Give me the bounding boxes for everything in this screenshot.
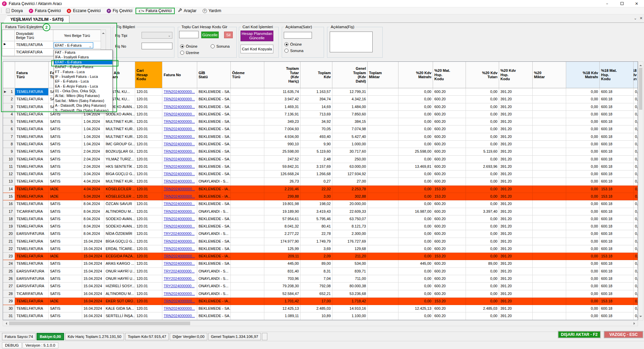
cell-genel-14[interactable]: 2.253,78 (332, 186, 368, 193)
cell-turu-23[interactable]: TEMELFATURA (15, 253, 49, 260)
cell-odeme-19[interactable] (231, 223, 264, 230)
cell-gib-3[interactable]: BEKLEMEDE - SA... (197, 103, 231, 111)
cell-tipi-7[interactable]: SATIS (49, 133, 82, 141)
cell-tipi-15[interactable]: IADE (49, 193, 82, 200)
cell-t20-6[interactable]: 0,00 (466, 126, 499, 133)
cell-miktar-15[interactable] (368, 193, 398, 200)
cell-no-2[interactable]: TRN2024000000... (162, 96, 197, 103)
cell-odeme-10[interactable] (231, 156, 264, 163)
cell-last-9[interactable]: 0,0 (634, 148, 638, 155)
cell-no-13[interactable]: TRN2024000000... (162, 178, 197, 185)
cell-last-15[interactable]: 0,0 (634, 193, 638, 200)
cell-cari-22[interactable]: ERDAL TİCARE... (104, 245, 135, 253)
cell-kk20-29[interactable]: 391.20 (499, 298, 533, 305)
cell-cari-30[interactable]: KALE GIDA SA... (104, 305, 135, 312)
mini-row1-belge[interactable]: TEMELFATURA (15, 41, 53, 49)
cell-last-8[interactable]: 0,0 (634, 141, 638, 148)
cell-m20-6[interactable]: 0,00 (398, 126, 433, 133)
cell-mk18-31[interactable]: 600.18 (600, 312, 634, 320)
cell-tipi-24[interactable]: SATIS (49, 260, 82, 267)
cell-mk18-20[interactable]: 600.18 (600, 230, 634, 238)
invoice-link[interactable]: TRN2024000000... (164, 194, 195, 198)
mini-row2-selector[interactable] (2, 49, 15, 56)
cell-kod-20[interactable]: 120.01 (135, 230, 162, 238)
tab-list-chevron-down-icon[interactable]: ⌄ (634, 16, 637, 20)
cell-m20-16[interactable]: 0,00 (398, 200, 433, 208)
cell-mik20-30[interactable] (533, 305, 566, 312)
cell-tarih-29[interactable]: 16.04.2024 (82, 298, 104, 305)
cell-tipi-31[interactable]: SATIS (49, 312, 82, 320)
cell-genel-28[interactable]: 53.236,68 (332, 290, 368, 298)
cell-miktar-9[interactable] (368, 148, 398, 155)
cell-t20-13[interactable]: 0,00 (466, 178, 499, 185)
cell-kk20-2[interactable]: 391.20 (499, 96, 533, 103)
cell-miktar-25[interactable] (368, 268, 398, 275)
cell-kk20-18[interactable]: 391.20 (499, 215, 533, 223)
cell-no-28[interactable]: TRN2024000000... (162, 290, 197, 298)
cell-t20-22[interactable]: 0,00 (466, 245, 499, 253)
cell-mk18-26[interactable]: 600.18 (600, 275, 634, 283)
cell-miktar-24[interactable] (368, 260, 398, 267)
cell-genel-11[interactable]: 63.000,00 (332, 163, 368, 170)
cell-m20-17[interactable]: 16.987,00 (398, 208, 433, 215)
cell-mk18-2[interactable]: 600.18 (600, 96, 634, 103)
cell-mk20-16[interactable]: 600.20 (433, 200, 466, 208)
cell-mk18-22[interactable]: 600.18 (600, 245, 634, 253)
cell-genel-24[interactable]: 534,00 (332, 260, 368, 267)
cell-tutar-14[interactable]: 2.231,46 (264, 186, 301, 193)
cell-genel-7[interactable]: 5.427,40 (332, 133, 368, 141)
cell-m20-30[interactable]: 12.425,13 (398, 305, 433, 312)
cell-turu-19[interactable]: TEMELFATURA (15, 223, 49, 230)
cell-t20-7[interactable]: 0,00 (466, 133, 499, 141)
cell-kk20-28[interactable]: 391.20 (499, 290, 533, 298)
cell-m18-10[interactable]: 0,00 (566, 156, 600, 163)
cell-last-18[interactable]: 0,0 (634, 215, 638, 223)
cell-mk18-18[interactable]: 600.18 (600, 215, 634, 223)
cell-kk20-22[interactable]: 391.20 (499, 245, 533, 253)
hesap-planimdan-guncelle-button[interactable]: Hesap Planımdan Güncelle (240, 31, 273, 41)
cell-last-7[interactable]: 0,0 (634, 133, 638, 141)
cell-cari-7[interactable]: MULTINET KUR... (104, 133, 135, 141)
cell-m18-31[interactable]: 0,00 (566, 312, 600, 320)
cell-mk18-23[interactable]: 153.18 (600, 253, 634, 260)
cell-tutar-25[interactable]: 831,40 (264, 268, 301, 275)
cell-tutar-19[interactable]: 8.041,32 (264, 223, 301, 230)
cell-miktar-3[interactable] (368, 103, 398, 111)
cell-last-12[interactable]: 0,0 (634, 170, 638, 178)
cell-tarih-24[interactable]: 15.04.2024 (82, 260, 104, 267)
cell-tarih-10[interactable]: 2.04.2024 (82, 156, 104, 163)
invoice-link[interactable]: TRN2024000000... (164, 105, 195, 109)
cell-t20-18[interactable]: 0,00 (466, 215, 499, 223)
cell-genel-4[interactable]: 7.850,60 (332, 111, 368, 118)
cell-kk20-11[interactable]: 391.20 (499, 163, 533, 170)
cell-tipi-9[interactable]: SATIS (49, 148, 82, 155)
cell-genel-13[interactable]: 27,00 (332, 178, 368, 185)
cell-mik20-18[interactable] (533, 215, 566, 223)
cell-turu-26[interactable]: EARSIVFATURA (15, 275, 49, 283)
cell-cari-25[interactable]: ONUR HAYRİ U... (104, 268, 135, 275)
column-header-m20[interactable]: %20 Kdv Matrahı (398, 62, 433, 88)
grid-horizontal-scrollbar[interactable] (3, 320, 638, 326)
cell-kod-18[interactable]: 120.01 (135, 215, 162, 223)
cell-mk18-28[interactable]: 600.18 (600, 290, 634, 298)
cell-t20-3[interactable]: 0,00 (466, 103, 499, 111)
cell-kdv-27[interactable]: 792,08 (301, 283, 332, 290)
cell-m18-17[interactable]: 0,00 (566, 208, 600, 215)
cell-m20-26[interactable]: 0,00 (398, 275, 433, 283)
cell-miktar-13[interactable] (368, 178, 398, 185)
cell-tipi-26[interactable]: SATIS (49, 275, 82, 283)
cell-t20-4[interactable]: 0,00 (466, 111, 499, 118)
cell-kdv-6[interactable]: 70,05 (301, 126, 332, 133)
cell-turu-7[interactable]: TEMELFATURA (15, 133, 49, 141)
cell-t20-14[interactable]: 0,00 (466, 186, 499, 193)
guncelle-button[interactable]: Güncelle (201, 32, 219, 38)
cell-mik20-14[interactable] (533, 186, 566, 193)
cell-kod-9[interactable]: 120.01 (135, 148, 162, 155)
cell-tarih-26[interactable]: 15.04.2024 (82, 275, 104, 283)
cell-mik20-31[interactable] (533, 312, 566, 320)
cell-tipi-19[interactable]: SATIS (49, 223, 82, 230)
aciklama-fis-textarea[interactable] (330, 32, 373, 52)
row-header-7[interactable]: 7 (3, 133, 15, 141)
cell-no-12[interactable]: TRN2024000000... (162, 170, 197, 178)
grid-vertical-scrollbar[interactable] (638, 61, 643, 320)
